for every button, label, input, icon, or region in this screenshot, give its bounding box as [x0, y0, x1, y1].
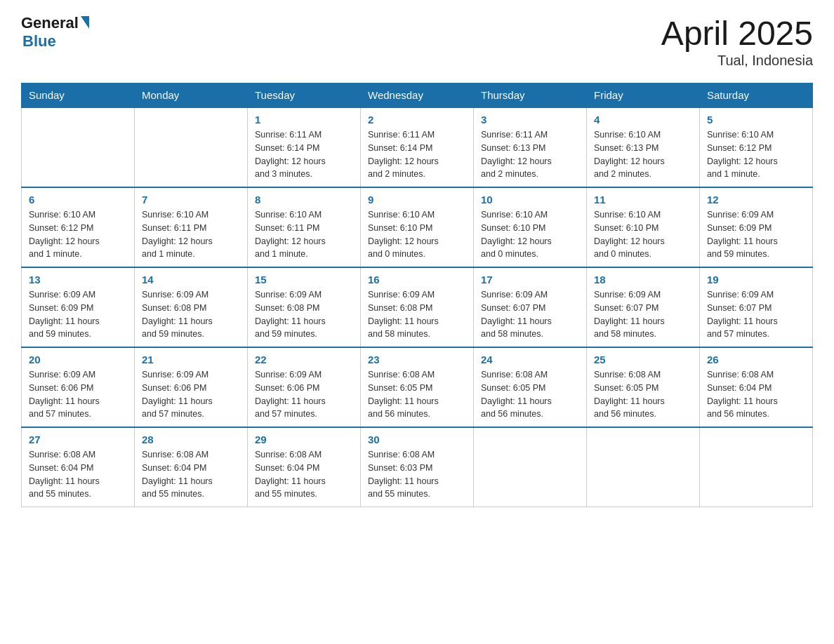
day-number: 29 [255, 434, 353, 445]
day-number: 15 [255, 274, 353, 286]
day-info: Sunrise: 6:09 AMSunset: 6:06 PMDaylight:… [255, 368, 353, 421]
calendar-cell: 26Sunrise: 6:08 AMSunset: 6:04 PMDayligh… [700, 347, 813, 427]
calendar-cell [22, 107, 135, 187]
day-info: Sunrise: 6:09 AMSunset: 6:07 PMDaylight:… [707, 288, 805, 341]
weekday-header-monday: Monday [135, 83, 248, 108]
day-number: 30 [368, 434, 466, 445]
calendar-cell: 15Sunrise: 6:09 AMSunset: 6:08 PMDayligh… [248, 267, 361, 347]
week-row-4: 20Sunrise: 6:09 AMSunset: 6:06 PMDayligh… [22, 347, 813, 427]
week-row-1: 1Sunrise: 6:11 AMSunset: 6:14 PMDaylight… [22, 107, 813, 187]
week-row-3: 13Sunrise: 6:09 AMSunset: 6:09 PMDayligh… [22, 267, 813, 347]
calendar-cell [587, 427, 700, 507]
calendar-cell: 2Sunrise: 6:11 AMSunset: 6:14 PMDaylight… [361, 107, 474, 187]
calendar-cell: 18Sunrise: 6:09 AMSunset: 6:07 PMDayligh… [587, 267, 700, 347]
day-info: Sunrise: 6:09 AMSunset: 6:07 PMDaylight:… [481, 288, 579, 341]
title-area: April 2025 Tual, Indonesia [661, 14, 813, 69]
calendar-cell [135, 107, 248, 187]
weekday-header-friday: Friday [587, 83, 700, 108]
calendar-cell: 23Sunrise: 6:08 AMSunset: 6:05 PMDayligh… [361, 347, 474, 427]
calendar-cell: 14Sunrise: 6:09 AMSunset: 6:08 PMDayligh… [135, 267, 248, 347]
day-number: 16 [368, 274, 466, 286]
calendar-cell [700, 427, 813, 507]
calendar-cell: 24Sunrise: 6:08 AMSunset: 6:05 PMDayligh… [474, 347, 587, 427]
day-number: 26 [707, 354, 805, 365]
logo-blue-text: Blue [22, 32, 56, 51]
day-info: Sunrise: 6:08 AMSunset: 6:04 PMDaylight:… [29, 448, 127, 501]
calendar-cell: 10Sunrise: 6:10 AMSunset: 6:10 PMDayligh… [474, 187, 587, 267]
day-info: Sunrise: 6:08 AMSunset: 6:05 PMDaylight:… [594, 368, 692, 421]
day-number: 11 [594, 194, 692, 206]
day-number: 10 [481, 194, 579, 206]
calendar-cell: 4Sunrise: 6:10 AMSunset: 6:13 PMDaylight… [587, 107, 700, 187]
day-info: Sunrise: 6:08 AMSunset: 6:03 PMDaylight:… [368, 448, 466, 501]
day-number: 8 [255, 194, 353, 206]
calendar-cell: 17Sunrise: 6:09 AMSunset: 6:07 PMDayligh… [474, 267, 587, 347]
day-info: Sunrise: 6:09 AMSunset: 6:09 PMDaylight:… [707, 208, 805, 261]
weekday-header-tuesday: Tuesday [248, 83, 361, 108]
day-number: 20 [29, 354, 127, 365]
day-info: Sunrise: 6:10 AMSunset: 6:10 PMDaylight:… [368, 208, 466, 261]
day-number: 2 [368, 114, 466, 126]
day-info: Sunrise: 6:11 AMSunset: 6:13 PMDaylight:… [481, 128, 579, 181]
day-info: Sunrise: 6:10 AMSunset: 6:12 PMDaylight:… [707, 128, 805, 181]
week-row-2: 6Sunrise: 6:10 AMSunset: 6:12 PMDaylight… [22, 187, 813, 267]
day-number: 5 [707, 114, 805, 126]
logo-general-text: General [21, 14, 79, 32]
day-number: 22 [255, 354, 353, 365]
day-number: 14 [142, 274, 240, 286]
calendar-cell: 1Sunrise: 6:11 AMSunset: 6:14 PMDaylight… [248, 107, 361, 187]
day-info: Sunrise: 6:11 AMSunset: 6:14 PMDaylight:… [368, 128, 466, 181]
day-number: 3 [481, 114, 579, 126]
day-info: Sunrise: 6:09 AMSunset: 6:09 PMDaylight:… [29, 288, 127, 341]
calendar-cell: 8Sunrise: 6:10 AMSunset: 6:11 PMDaylight… [248, 187, 361, 267]
calendar-cell: 13Sunrise: 6:09 AMSunset: 6:09 PMDayligh… [22, 267, 135, 347]
day-info: Sunrise: 6:10 AMSunset: 6:12 PMDaylight:… [29, 208, 127, 261]
calendar-cell: 30Sunrise: 6:08 AMSunset: 6:03 PMDayligh… [361, 427, 474, 507]
day-number: 28 [142, 434, 240, 445]
day-info: Sunrise: 6:10 AMSunset: 6:13 PMDaylight:… [594, 128, 692, 181]
calendar-cell: 19Sunrise: 6:09 AMSunset: 6:07 PMDayligh… [700, 267, 813, 347]
calendar-cell: 27Sunrise: 6:08 AMSunset: 6:04 PMDayligh… [22, 427, 135, 507]
day-number: 6 [29, 194, 127, 206]
month-title: April 2025 [661, 14, 813, 53]
day-info: Sunrise: 6:09 AMSunset: 6:07 PMDaylight:… [594, 288, 692, 341]
day-number: 9 [368, 194, 466, 206]
day-number: 25 [594, 354, 692, 365]
calendar-cell [474, 427, 587, 507]
day-info: Sunrise: 6:11 AMSunset: 6:14 PMDaylight:… [255, 128, 353, 181]
day-number: 19 [707, 274, 805, 286]
weekday-header-sunday: Sunday [22, 83, 135, 108]
day-info: Sunrise: 6:10 AMSunset: 6:10 PMDaylight:… [594, 208, 692, 261]
calendar-cell: 22Sunrise: 6:09 AMSunset: 6:06 PMDayligh… [248, 347, 361, 427]
weekday-header-saturday: Saturday [700, 83, 813, 108]
day-info: Sunrise: 6:09 AMSunset: 6:08 PMDaylight:… [368, 288, 466, 341]
page-header: General Blue April 2025 Tual, Indonesia [21, 14, 813, 69]
calendar-table: SundayMondayTuesdayWednesdayThursdayFrid… [21, 83, 813, 507]
day-info: Sunrise: 6:09 AMSunset: 6:08 PMDaylight:… [142, 288, 240, 341]
day-info: Sunrise: 6:10 AMSunset: 6:11 PMDaylight:… [142, 208, 240, 261]
day-info: Sunrise: 6:10 AMSunset: 6:10 PMDaylight:… [481, 208, 579, 261]
day-number: 23 [368, 354, 466, 365]
day-info: Sunrise: 6:09 AMSunset: 6:08 PMDaylight:… [255, 288, 353, 341]
logo-arrow-icon [81, 16, 89, 29]
week-row-5: 27Sunrise: 6:08 AMSunset: 6:04 PMDayligh… [22, 427, 813, 507]
weekday-header-thursday: Thursday [474, 83, 587, 108]
day-number: 12 [707, 194, 805, 206]
calendar-cell: 16Sunrise: 6:09 AMSunset: 6:08 PMDayligh… [361, 267, 474, 347]
day-info: Sunrise: 6:10 AMSunset: 6:11 PMDaylight:… [255, 208, 353, 261]
day-info: Sunrise: 6:08 AMSunset: 6:04 PMDaylight:… [707, 368, 805, 421]
weekday-header-wednesday: Wednesday [361, 83, 474, 108]
day-number: 7 [142, 194, 240, 206]
calendar-cell: 29Sunrise: 6:08 AMSunset: 6:04 PMDayligh… [248, 427, 361, 507]
day-number: 13 [29, 274, 127, 286]
day-number: 21 [142, 354, 240, 365]
calendar-cell: 3Sunrise: 6:11 AMSunset: 6:13 PMDaylight… [474, 107, 587, 187]
day-number: 27 [29, 434, 127, 445]
calendar-header-row: SundayMondayTuesdayWednesdayThursdayFrid… [22, 83, 813, 108]
calendar-cell: 25Sunrise: 6:08 AMSunset: 6:05 PMDayligh… [587, 347, 700, 427]
calendar-cell: 5Sunrise: 6:10 AMSunset: 6:12 PMDaylight… [700, 107, 813, 187]
day-number: 1 [255, 114, 353, 126]
calendar-cell: 11Sunrise: 6:10 AMSunset: 6:10 PMDayligh… [587, 187, 700, 267]
logo: General Blue [21, 14, 89, 51]
calendar-cell: 6Sunrise: 6:10 AMSunset: 6:12 PMDaylight… [22, 187, 135, 267]
